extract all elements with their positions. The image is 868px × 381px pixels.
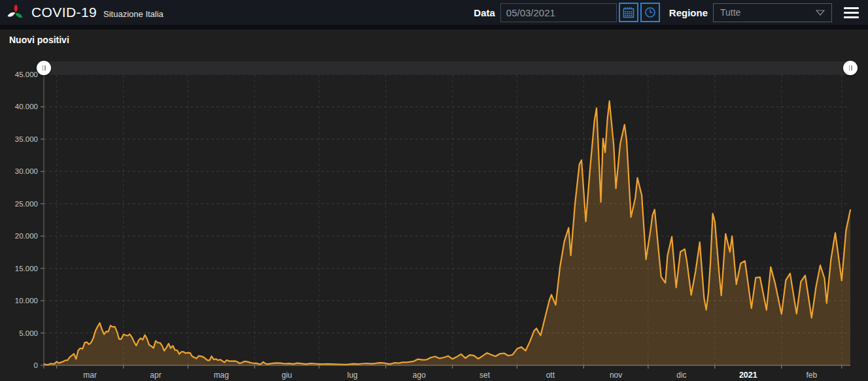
time-slider-handle-end[interactable] [843,61,858,75]
x-axis-label: apr [150,371,161,380]
y-axis-label: 40.000 [15,103,38,110]
region-dropdown-value: Tutte [720,7,740,18]
menu-button[interactable] [842,6,860,20]
x-axis-label: feb [806,371,817,380]
y-axis-label: 5.000 [19,329,38,337]
x-axis-label: dic [676,371,686,380]
menu-icon [844,16,859,18]
header-divider [0,25,868,29]
x-axis-label: ott [546,371,555,380]
y-axis-label: 35.000 [15,135,38,143]
chart-canvas: 05.00010.00015.00020.00025.00030.00035.0… [0,29,868,381]
series-area [44,101,850,366]
y-axis-label: 20.000 [15,232,38,240]
date-label: Data [474,7,495,18]
menu-icon [844,7,859,9]
y-axis-label: 0 [34,361,38,369]
app-title: COVID-19 [31,5,97,20]
y-axis-label: 10.000 [15,297,38,305]
clock-icon [644,7,656,18]
calendar-button[interactable] [619,3,638,22]
x-axis-label: set [479,371,491,380]
y-axis-label: 30.000 [15,167,38,175]
time-button[interactable] [640,3,660,22]
region-dropdown[interactable]: Tutte [713,3,832,22]
x-axis-label: giu [281,371,292,380]
x-axis-label: mar [83,371,97,380]
date-input[interactable] [500,3,617,22]
x-axis-label: ago [413,371,426,380]
y-axis-label: 25.000 [15,200,38,208]
x-axis-label: mag [214,371,229,380]
grip-icon [849,65,850,71]
y-axis-label: 15.000 [15,265,38,273]
grip-icon [43,65,44,71]
app-subtitle: Situazione Italia [103,9,164,19]
x-axis-label: 2021 [739,371,757,380]
time-slider-track[interactable] [44,61,850,75]
app-header: COVID-19 Situazione Italia Data Regione [0,0,868,25]
grip-icon [44,65,46,71]
grip-icon [851,65,852,71]
x-axis-label: nov [610,371,622,380]
chevron-down-icon [816,10,825,16]
menu-icon [844,12,859,14]
x-axis-label: lug [347,371,358,380]
calendar-icon [623,7,634,18]
protezione-civile-logo-icon [7,4,24,22]
brand: COVID-19 Situazione Italia [7,4,164,22]
time-slider-handle-start[interactable] [37,61,51,75]
y-axis-label: 45.000 [15,71,38,78]
chart-panel: Nuovi positivi 05.00010.00015.00020.0002… [0,29,868,381]
region-label: Regione [669,7,708,18]
